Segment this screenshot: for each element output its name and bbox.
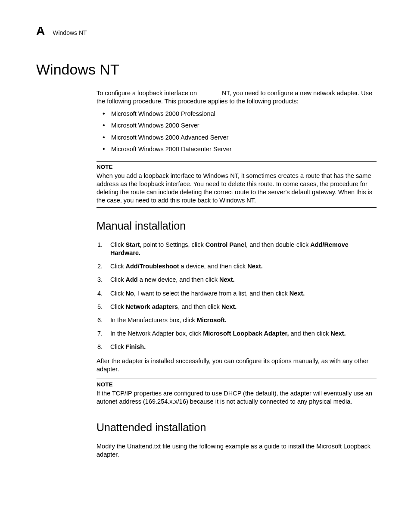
list-item: Microsoft Windows 2000 Server [97,121,377,130]
unattended-text: Modify the Unattend.txt file using the f… [97,442,377,459]
manual-steps: Click Start, point to Settings, click Co… [97,241,377,351]
note-text: If the TCP/IP properties are configured … [97,390,372,405]
appendix-letter: A [36,25,45,37]
step-item: Click Add a new device, and then click N… [97,276,377,284]
step-item: Click Finish. [97,343,377,351]
note-label: NOTE [97,381,377,389]
page-content: A Windows NT Windows NT To configure a l… [36,25,377,462]
body-column: To configure a loopback interface onNT, … [97,89,377,459]
note-box: NOTE If the TCP/IP properties are config… [97,379,377,409]
list-item: Microsoft Windows 2000 Professional [97,110,377,118]
note-text: When you add a loopback interface to Win… [97,172,372,204]
step-item: Click Start, point to Settings, click Co… [97,241,377,257]
note-box: NOTE When you add a loopback interface t… [97,161,377,208]
list-item: Microsoft Windows 2000 Advanced Server [97,134,377,142]
intro-pre: To configure a loopback interface on [97,90,197,96]
step-item: In the Manufacturers box, click Microsof… [97,316,377,324]
running-header: A Windows NT [36,25,377,37]
product-list: Microsoft Windows 2000 Professional Micr… [97,110,377,153]
intro-paragraph: To configure a loopback interface onNT, … [97,89,377,106]
section-heading-unattended: Unattended installation [97,420,377,435]
section-heading-manual: Manual installation [97,219,377,233]
list-item: Microsoft Windows 2000 Datacenter Server [97,145,377,153]
page-title: Windows NT [36,61,377,78]
step-item: Click Network adapters, and then click N… [97,303,377,311]
running-title: Windows NT [53,29,87,36]
step-item: Click Add/Troubleshoot a device, and the… [97,262,377,271]
manual-after: After the adapter is installed successfu… [97,357,377,373]
step-item: Click No, I want to select the hardware … [97,289,377,298]
step-item: In the Network Adapter box, click Micros… [97,330,377,338]
note-label: NOTE [97,163,377,171]
